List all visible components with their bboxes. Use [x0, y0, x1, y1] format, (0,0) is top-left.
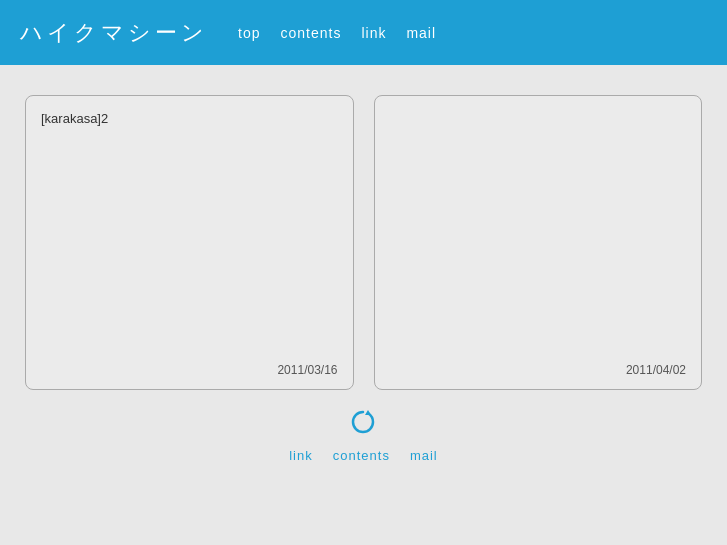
- nav-mail[interactable]: mail: [406, 25, 436, 41]
- nav-link[interactable]: link: [361, 25, 386, 41]
- footer-link-mail[interactable]: mail: [410, 448, 438, 463]
- footer-area: link contents mail: [289, 408, 438, 463]
- footer-link-contents[interactable]: contents: [333, 448, 390, 463]
- scroll-icon: [349, 408, 377, 440]
- main-nav: top contents link mail: [238, 25, 436, 41]
- footer-link-link[interactable]: link: [289, 448, 313, 463]
- card-2: 2011/04/02: [374, 95, 703, 390]
- site-title: ハイクマシーン: [20, 18, 208, 48]
- svg-marker-0: [365, 410, 371, 415]
- header: ハイクマシーン top contents link mail: [0, 0, 727, 65]
- card-1-title: [karakasa]2: [41, 111, 108, 126]
- card-1-date: 2011/03/16: [277, 363, 337, 377]
- main-content: [karakasa]2 2011/03/16 2011/04/02 link c…: [0, 65, 727, 483]
- footer-nav: link contents mail: [289, 448, 438, 463]
- nav-top[interactable]: top: [238, 25, 260, 41]
- cards-row: [karakasa]2 2011/03/16 2011/04/02: [25, 95, 702, 390]
- nav-contents[interactable]: contents: [280, 25, 341, 41]
- card-2-date: 2011/04/02: [626, 363, 686, 377]
- card-1: [karakasa]2 2011/03/16: [25, 95, 354, 390]
